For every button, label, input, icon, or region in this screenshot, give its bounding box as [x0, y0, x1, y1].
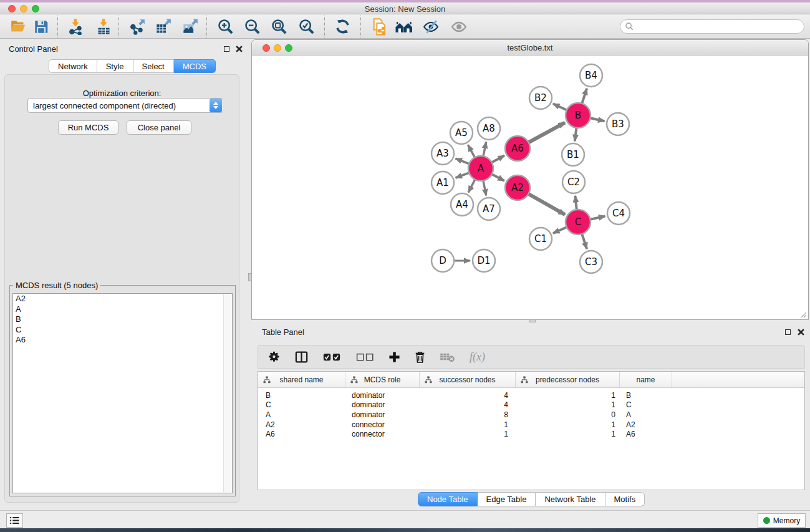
close-panel-button[interactable]: Close panel [127, 120, 191, 135]
graph-node-label: B4 [585, 70, 597, 81]
column-header-mcds-role[interactable]: MCDS role [345, 372, 420, 387]
result-item[interactable]: A6 [13, 335, 232, 346]
apply-preferred-layout-button[interactable] [332, 17, 353, 36]
window-title: Session: New Session [0, 4, 810, 14]
graph-node-label: B [575, 110, 581, 121]
tab-motifs[interactable]: Motifs [605, 492, 645, 506]
network-window-titlebar: testGlobe.txt [252, 40, 808, 56]
search-input[interactable] [634, 21, 804, 32]
float-icon [224, 46, 229, 52]
table-row[interactable]: A2connector11A2 [258, 420, 804, 430]
deselect-all-rows-button[interactable] [355, 352, 374, 362]
delete-column-button[interactable] [415, 351, 425, 364]
network-canvas[interactable]: B4B2BB3A8A5A6A3B1AC2A1A2A4A7C4CC1C3DD1 [252, 56, 808, 319]
table-cell: dominator [345, 410, 420, 419]
split-table-icon [295, 351, 308, 363]
graph-node-label: C1 [534, 233, 547, 244]
column-header-successor-nodes[interactable]: successor nodes [420, 372, 516, 387]
column-header-shared-name[interactable]: shared name [258, 372, 345, 387]
search-field[interactable] [620, 19, 804, 34]
table-row[interactable]: Cdominator41C [258, 400, 804, 410]
run-mcds-button[interactable]: Run MCDS [58, 120, 118, 135]
open-session-button[interactable] [7, 17, 29, 36]
add-column-button[interactable] [388, 351, 400, 363]
table-row[interactable]: Bdominator41B [258, 390, 804, 400]
import-network-icon [67, 18, 84, 35]
import-network-button[interactable] [65, 17, 86, 36]
eye-slash-icon [422, 19, 440, 35]
result-item[interactable]: B [13, 314, 232, 325]
select-all-rows-button[interactable] [322, 352, 341, 362]
table-cell: A [258, 410, 345, 419]
table-row[interactable]: A6connector11A6 [258, 429, 804, 439]
table-row[interactable]: Adominator80A [258, 410, 804, 420]
result-item[interactable]: C [13, 325, 232, 336]
tab-network-table[interactable]: Network Table [536, 492, 605, 506]
export-network-icon [128, 18, 145, 35]
save-session-button[interactable] [31, 17, 52, 36]
tab-style[interactable]: Style [97, 59, 133, 73]
apply-function-button[interactable]: f(x) [470, 351, 485, 364]
column-header-predecessor-nodes[interactable]: predecessor nodes [516, 372, 620, 387]
toolbar-separator [206, 16, 207, 37]
criterion-dropdown[interactable]: largest connected component (directed) [27, 98, 223, 113]
zoom-selected-button[interactable] [296, 17, 317, 36]
tree-icon [350, 376, 358, 384]
new-network-from-selection-button[interactable] [369, 17, 390, 36]
show-all-button[interactable] [448, 17, 470, 36]
window-titlebar: Session: New Session [0, 2, 810, 14]
column-header-filler [672, 372, 804, 387]
export-image-button[interactable] [179, 17, 200, 36]
show-panels-button[interactable] [6, 513, 23, 528]
first-neighbors-button[interactable] [393, 17, 415, 36]
table-panel-title: Table Panel [262, 327, 304, 337]
control-panel-float-button[interactable] [223, 45, 231, 53]
delete-table-button[interactable] [440, 352, 455, 362]
import-table-icon [95, 18, 112, 35]
tab-network[interactable]: Network [49, 59, 97, 73]
graph-node-label: A8 [483, 123, 495, 134]
tab-select[interactable]: Select [133, 59, 174, 73]
split-panel-button[interactable] [295, 351, 308, 363]
table-options-button[interactable] [268, 351, 281, 363]
tab-edge-table[interactable]: Edge Table [478, 492, 536, 506]
memory-button[interactable]: Memory [758, 513, 806, 528]
export-network-button[interactable] [126, 17, 147, 36]
table-panel-float-button[interactable] [784, 328, 792, 336]
table-cell: 1 [420, 420, 516, 429]
graph-node-label: A7 [483, 203, 495, 215]
table-cell: dominator [345, 400, 420, 409]
column-header-name[interactable]: name [620, 372, 672, 387]
tab-mcds[interactable]: MCDS [174, 59, 216, 73]
graph-node-label: B1 [567, 149, 579, 160]
table-cell: A [620, 410, 672, 419]
node-table: shared name MCDS role successor nodes pr… [258, 371, 805, 490]
graph-node-label: C3 [585, 256, 597, 268]
trash-icon [415, 351, 425, 364]
network-horizontal-scroll-thumb[interactable] [529, 319, 536, 322]
mcds-result-title: MCDS result (5 nodes) [13, 281, 100, 290]
documents-share-icon [371, 18, 388, 36]
result-item[interactable]: A2 [13, 294, 232, 304]
zoom-out-button[interactable] [242, 17, 263, 36]
hide-selected-button[interactable] [420, 17, 441, 36]
network-view-window: testGlobe.txt B4B2BB3A8A5A6A3B1AC2A1A2A4… [251, 39, 809, 320]
export-table-icon [155, 18, 171, 35]
result-item[interactable]: A [13, 304, 232, 315]
tab-node-table[interactable]: Node Table [418, 492, 478, 506]
result-list-scrollbar[interactable] [223, 294, 231, 492]
table-panel-close-button[interactable] [797, 328, 805, 336]
zoom-fit-button[interactable] [269, 17, 290, 36]
zoom-in-button[interactable] [215, 17, 236, 36]
network-vertical-scroll-thumb[interactable] [248, 273, 252, 281]
table-cell: B [258, 391, 345, 400]
search-icon [625, 22, 634, 31]
control-panel-close-button[interactable] [235, 45, 243, 53]
mcds-result-list[interactable]: A2ABCA6 [12, 293, 233, 493]
table-cell: dominator [345, 391, 420, 400]
table-cell: 1 [516, 391, 620, 400]
table-cell: connector [345, 430, 420, 438]
import-table-button[interactable] [93, 17, 114, 36]
resize-grip-icon[interactable] [799, 310, 807, 318]
export-table-button[interactable] [152, 17, 173, 36]
